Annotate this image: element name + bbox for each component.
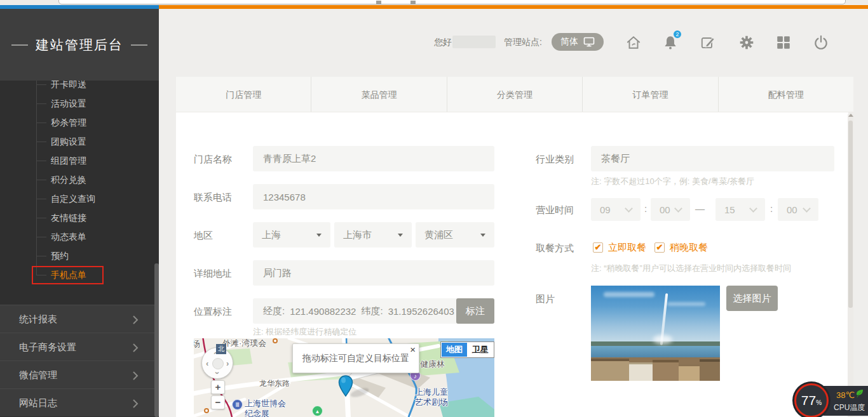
start-hour-select[interactable]: 09 bbox=[591, 198, 641, 221]
address-input[interactable] bbox=[253, 260, 494, 286]
tab-order-management[interactable]: 订单管理 bbox=[583, 77, 718, 112]
language-label: 简体 bbox=[560, 36, 578, 48]
store-name-input[interactable] bbox=[253, 146, 494, 171]
pan-right-icon[interactable]: › bbox=[226, 359, 229, 368]
power-icon[interactable] bbox=[813, 34, 829, 51]
sidebar-item-zidingyi[interactable]: 自定义查询 bbox=[0, 189, 159, 208]
mark-location-button[interactable]: 标注 bbox=[456, 298, 494, 324]
sidebar-item-huodong[interactable]: 活动设置 bbox=[0, 94, 159, 113]
tab-ingredient-management[interactable]: 配料管理 bbox=[719, 77, 853, 112]
photo-building bbox=[679, 364, 700, 381]
map-pan-control[interactable]: ‹ ‹ ‹ › 北 bbox=[201, 347, 233, 379]
map-widget[interactable]: 外滩·湾璞会 龙华东路 健康林 上海儿童 艺术剧场 上海世博会 纪念展 场 ♪ … bbox=[194, 338, 494, 417]
monitor-icon bbox=[583, 37, 595, 47]
memory-usage-gauge[interactable]: 77% bbox=[794, 383, 829, 417]
sidebar-item-tuangou[interactable]: 团购设置 bbox=[0, 132, 159, 151]
end-minute-value: 00 bbox=[787, 204, 797, 215]
pan-left-icon[interactable]: ‹ bbox=[206, 359, 208, 368]
park-icon[interactable]: ▲ bbox=[312, 406, 323, 416]
chevron-down-icon bbox=[674, 204, 682, 213]
notification-badge: 2 bbox=[672, 29, 682, 39]
province-select[interactable]: 上海 bbox=[253, 222, 330, 248]
city-value: 上海市 bbox=[343, 229, 372, 241]
address-label: 详细地址 bbox=[194, 268, 232, 280]
sidebar-section-wechat[interactable]: 微信管理 bbox=[0, 361, 159, 388]
sidebar-submenu: 开卡即送 活动设置 秒杀管理 团购设置 组团管理 积分兑换 自定义查询 友情链接… bbox=[0, 75, 159, 284]
language-pill[interactable]: 简体 bbox=[552, 33, 604, 51]
store-photo bbox=[591, 286, 720, 381]
location-label: 位置标注 bbox=[194, 306, 232, 318]
longitude-value: 121.490882232 bbox=[290, 306, 356, 317]
gear-icon[interactable] bbox=[738, 34, 755, 51]
sidebar-item-jifen[interactable]: 积分兑换 bbox=[0, 170, 159, 189]
time-colon: : bbox=[644, 203, 647, 214]
location-note: 注: 根据经纬度进行精确定位 bbox=[253, 326, 356, 338]
sidebar-item-yuyue[interactable]: 预约 bbox=[0, 246, 159, 265]
time-colon: : bbox=[770, 203, 773, 214]
home-icon[interactable] bbox=[625, 34, 642, 51]
photo-cloud bbox=[667, 302, 705, 306]
map-type-satellite-button[interactable]: 卫星 bbox=[468, 343, 493, 357]
browser-address-bar[interactable] bbox=[58, 0, 846, 4]
pickup-later-checkbox[interactable]: ✔ bbox=[654, 242, 665, 253]
tab-store-management[interactable]: 门店管理 bbox=[176, 77, 311, 112]
pan-down-icon[interactable]: ‹ bbox=[212, 371, 221, 374]
pickup-now-checkbox[interactable]: ✔ bbox=[593, 242, 603, 253]
sidebar-sections: 统计报表 电子商务设置 微信管理 网站日志 bbox=[0, 305, 159, 416]
end-hour-select[interactable]: 15 bbox=[715, 198, 765, 221]
sidebar-item-youqing[interactable]: 友情链接 bbox=[0, 208, 159, 227]
grid-icon[interactable] bbox=[775, 34, 792, 51]
start-minute-select[interactable]: 00 bbox=[651, 198, 690, 221]
map-zoom-in-button[interactable]: + bbox=[211, 380, 225, 394]
city-select[interactable]: 上海市 bbox=[334, 222, 412, 248]
time-range-dash: — bbox=[695, 203, 705, 214]
manage-site-label: 管理站点: bbox=[504, 37, 542, 48]
map-type-map-button[interactable]: 地图 bbox=[442, 343, 467, 357]
image-label: 图片 bbox=[536, 293, 555, 305]
section-label: 统计报表 bbox=[19, 314, 57, 324]
content-scrollbar-thumb[interactable] bbox=[848, 121, 853, 308]
pickup-now-label[interactable]: 立即取餐 bbox=[608, 242, 646, 254]
close-icon[interactable]: × bbox=[410, 344, 416, 355]
chevron-right-icon bbox=[132, 399, 139, 409]
industry-input[interactable] bbox=[591, 146, 834, 171]
active-item-highlight-box bbox=[32, 266, 104, 284]
browser-icon-stub bbox=[410, 1, 416, 4]
region-label: 地区 bbox=[194, 230, 213, 242]
district-select[interactable]: 黄浦区 bbox=[416, 222, 494, 248]
photo-building bbox=[629, 362, 653, 381]
usage-percent: 77 bbox=[801, 393, 816, 407]
industry-label: 行业类别 bbox=[536, 154, 574, 166]
sidebar-section-logs[interactable]: 网站日志 bbox=[0, 388, 159, 416]
map-label-edge: 场 bbox=[194, 338, 200, 350]
username-redacted bbox=[452, 36, 496, 48]
museum-icon[interactable]: Ⅲ bbox=[232, 399, 243, 410]
tab-dish-management[interactable]: 菜品管理 bbox=[311, 77, 447, 112]
map-label-bund: 外滩·湾璞会 bbox=[222, 338, 266, 349]
scroll-up-arrow-icon[interactable] bbox=[848, 114, 853, 117]
map-label-park: 健康林 bbox=[420, 359, 445, 370]
choose-image-button[interactable]: 选择图片 bbox=[726, 286, 778, 311]
pickup-later-label[interactable]: 稍晚取餐 bbox=[670, 242, 708, 254]
sidebar-section-ecommerce[interactable]: 电子商务设置 bbox=[0, 333, 159, 361]
dropdown-arrow-icon bbox=[398, 234, 403, 237]
tab-category-management[interactable]: 分类管理 bbox=[447, 77, 583, 112]
end-minute-select[interactable]: 00 bbox=[778, 198, 818, 221]
sidebar-item-zutuan[interactable]: 组团管理 bbox=[0, 151, 159, 170]
district-value: 黄浦区 bbox=[424, 229, 453, 241]
sidebar-item-dongtai[interactable]: 动态表单 bbox=[0, 227, 159, 246]
map-type-switch: 地图 卫星 bbox=[440, 341, 494, 358]
map-zoom-out-button[interactable]: − bbox=[211, 395, 225, 409]
cpu-temperature-label: CPU温度 bbox=[834, 402, 865, 413]
bubble-text: 拖动标注可自定义目标位置 bbox=[293, 353, 419, 364]
phone-input[interactable] bbox=[253, 184, 494, 209]
sidebar-header: 建站管理后台 bbox=[0, 9, 159, 81]
store-name-label: 门店名称 bbox=[194, 154, 232, 166]
sidebar-scrollbar-thumb[interactable] bbox=[154, 263, 159, 417]
sidebar-item-miaosha[interactable]: 秒杀管理 bbox=[0, 113, 159, 132]
phone-label: 联系电话 bbox=[194, 192, 232, 204]
sidebar-section-stats[interactable]: 统计报表 bbox=[0, 305, 159, 333]
pan-hub[interactable] bbox=[212, 358, 224, 369]
map-pin[interactable] bbox=[338, 375, 353, 397]
edit-icon[interactable] bbox=[700, 34, 716, 51]
